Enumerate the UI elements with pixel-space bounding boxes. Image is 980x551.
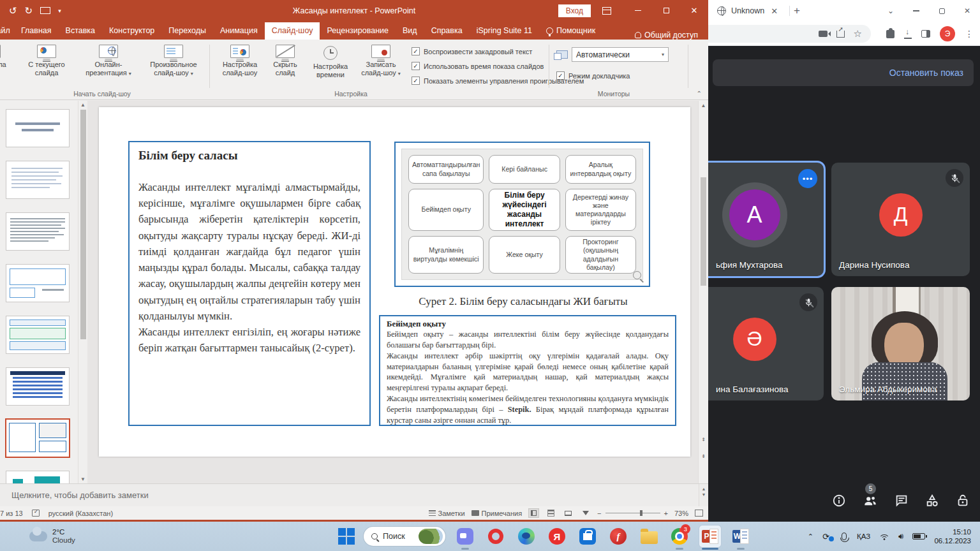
comments-toggle[interactable]: Примечания [471, 510, 523, 517]
slide-thumbnail-2[interactable] [6, 161, 69, 198]
taskbar-chat-app[interactable] [454, 525, 476, 547]
hide-slide-button[interactable]: Скрытьслайд [267, 45, 304, 77]
browser-minimize-button[interactable] [903, 0, 929, 22]
slide-thumbnail-6[interactable] [6, 368, 69, 405]
address-bar[interactable]: ☆ [708, 25, 871, 43]
taskbar-search[interactable]: Поиск [364, 527, 445, 546]
chat-button[interactable] [895, 494, 909, 510]
tab-transitions[interactable]: Переходы [161, 22, 213, 40]
normal-view-button[interactable] [528, 508, 539, 518]
start-slideshow-icon[interactable] [40, 7, 50, 14]
weather-widget[interactable]: 2°CCloudy [0, 528, 75, 545]
profile-avatar[interactable]: Э [940, 26, 955, 41]
slide-scrollbar[interactable]: ▲ ⇞ ⇟ [698, 101, 708, 483]
zoom-in-button[interactable]: + [664, 510, 668, 517]
from-current-slide-button[interactable]: С текущегослайда [20, 45, 73, 77]
tab-view[interactable]: Вид [396, 22, 424, 40]
notes-toggle[interactable]: Заметки [429, 510, 465, 517]
tab-review[interactable]: Рецензирование [320, 22, 396, 40]
zoom-slider[interactable] [605, 513, 660, 513]
collapse-ribbon-icon[interactable]: ⌃ [697, 90, 702, 97]
fit-slide-icon[interactable] [695, 510, 703, 517]
from-beginning-button[interactable]: С начала [0, 45, 14, 69]
new-tab-button[interactable]: + [794, 4, 800, 17]
downloads-icon[interactable] [904, 30, 912, 38]
reading-view-button[interactable] [563, 508, 574, 518]
language-indicator[interactable]: русский (Казахстан) [48, 510, 113, 517]
slide-sorter-view-button[interactable] [546, 508, 556, 518]
spellcheck-icon[interactable] [32, 510, 40, 517]
activities-button[interactable] [925, 494, 939, 510]
participant-tile-1[interactable]: А ••• ьфия Мухтарова [708, 163, 824, 276]
sync-icon[interactable]: ⟳ [822, 532, 833, 541]
slide-thumbnail-8[interactable] [6, 471, 69, 483]
previous-slide-icon[interactable]: ⇞ [699, 437, 708, 443]
zoom-out-button[interactable]: − [597, 510, 601, 517]
close-button[interactable]: ✕ [680, 0, 708, 21]
participant-tile-4-video[interactable]: Эльмира Абдыкеримова [831, 287, 970, 400]
tray-microphone-icon[interactable] [842, 533, 847, 540]
slideshow-view-button[interactable] [580, 508, 591, 518]
participants-button[interactable]: 5 [863, 494, 878, 510]
tab-home[interactable]: Главная [14, 22, 59, 40]
slide-thumbnail-1[interactable] [6, 110, 69, 147]
volume-icon[interactable]: 🔊︎ [898, 531, 903, 541]
zoom-level[interactable]: 73% [674, 510, 688, 517]
slide-text-box-left[interactable]: Білім беру саласы Жасанды интеллект мұға… [128, 141, 371, 426]
qat-customize-icon[interactable]: ▾ [58, 8, 61, 14]
scroll-up-icon[interactable]: ▲ [78, 102, 87, 108]
extensions-icon[interactable] [886, 30, 895, 38]
stop-presenting-button[interactable]: Остановить показ [889, 68, 963, 78]
meeting-details-button[interactable] [832, 494, 846, 510]
browser-menu-icon[interactable]: ⋮ [965, 29, 974, 39]
participant-tile-3[interactable]: Ә ина Балағазинова [708, 287, 824, 400]
notes-pane[interactable]: Щелкните, чтобы добавить заметки ▲▼ [0, 483, 708, 506]
ribbon-display-options-icon[interactable] [602, 7, 611, 15]
tab-insert[interactable]: Вставка [59, 22, 102, 40]
minimize-button[interactable] [624, 0, 652, 21]
browser-maximize-button[interactable] [929, 0, 954, 22]
slide-thumbnail-5[interactable] [6, 316, 69, 353]
tab-help[interactable]: Справка [424, 22, 470, 40]
wifi-icon[interactable] [879, 533, 889, 540]
tab-animations[interactable]: Анимация [213, 22, 265, 40]
sign-in-button[interactable]: Вход [558, 4, 591, 17]
bookmark-star-icon[interactable]: ☆ [854, 28, 862, 40]
slide[interactable]: Білім беру саласы Жасанды интеллект мұға… [99, 107, 690, 457]
host-controls-button[interactable] [956, 494, 970, 510]
scroll-up-icon[interactable]: ▲ [699, 103, 708, 108]
taskbar-store[interactable] [577, 525, 598, 547]
tab-slideshow[interactable]: Слайд-шоу [265, 22, 320, 40]
battery-icon[interactable] [912, 533, 925, 540]
tab-assistant[interactable]: Помощник [539, 22, 602, 40]
tab-close-icon[interactable]: ✕ [769, 6, 779, 16]
share-button[interactable]: Общий доступ [635, 31, 708, 40]
record-slideshow-button[interactable]: Записатьслайд-шоу ▾ [356, 45, 406, 78]
taskbar-edge[interactable] [516, 525, 537, 547]
share-icon[interactable] [836, 31, 845, 38]
slide-diagram[interactable]: Автоматтандырылған сапа бақылауы Кері ба… [394, 142, 650, 287]
browser-tab[interactable]: Unknown ✕ [708, 0, 785, 22]
slide-thumbnail-4[interactable] [6, 265, 69, 302]
checkbox-presenter-view[interactable]: ✓Режим докладчика [556, 70, 630, 81]
online-presentation-button[interactable]: Онлайн-презентация ▾ [78, 45, 139, 78]
browser-close-button[interactable]: ✕ [954, 0, 980, 22]
language-switcher[interactable]: ҚАЗ [857, 533, 870, 540]
redo-icon[interactable]: ↻ [25, 5, 33, 17]
taskbar-opera[interactable] [485, 525, 507, 547]
slide-text-box-bottom[interactable]: Бейімдеп оқыту Бейімдеп оқыту – жасанды … [379, 315, 676, 426]
maximize-button[interactable] [652, 0, 680, 21]
thumbnail-scrollbar[interactable]: ▲ ▼ [78, 101, 87, 483]
start-button[interactable] [338, 528, 355, 545]
slide-thumbnail-3[interactable] [6, 213, 69, 250]
undo-icon[interactable]: ↺ [9, 5, 17, 17]
next-slide-icon[interactable]: ⇟ [699, 453, 708, 459]
tab-file[interactable]: Файл [0, 22, 14, 40]
participant-tile-2[interactable]: Д Дарина Нусипова [831, 163, 970, 276]
taskbar-explorer[interactable] [638, 525, 660, 547]
tab-ispring[interactable]: iSpring Suite 11 [470, 22, 539, 40]
taskbar-chrome[interactable]: 3 [669, 525, 690, 547]
setup-slideshow-button[interactable]: Настройкаслайд-шоу [216, 45, 264, 77]
taskbar-flash[interactable]: f [607, 525, 629, 547]
monitor-select[interactable]: Автоматически▾ [556, 47, 669, 62]
